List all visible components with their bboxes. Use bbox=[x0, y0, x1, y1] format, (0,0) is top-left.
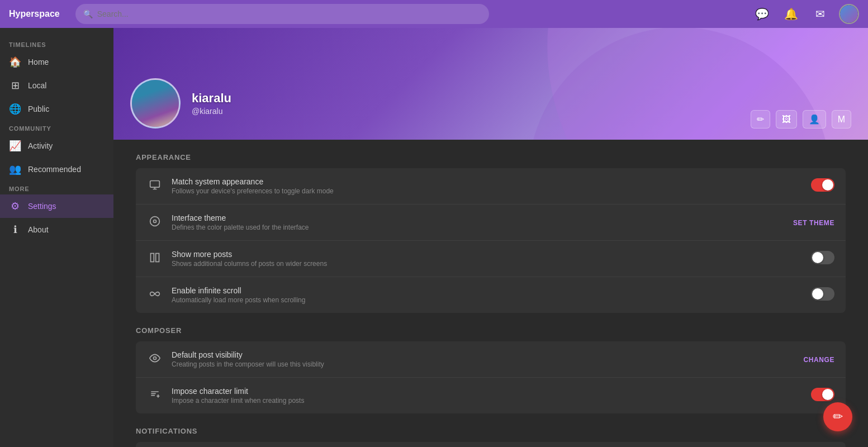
profile-header: kiaralu @kiaralu ✏ 🖼 👤 M bbox=[113, 28, 868, 140]
profile-handle: @kiaralu bbox=[192, 107, 231, 116]
interface-theme-text: Interface theme Defines the color palett… bbox=[172, 213, 784, 231]
default-visibility-desc: Creating posts in the composer will use … bbox=[172, 360, 794, 368]
toggle-inner bbox=[811, 178, 834, 192]
info-icon: ℹ bbox=[9, 224, 21, 236]
show-more-posts-desc: Shows additional columns of posts on wid… bbox=[172, 260, 802, 268]
infinite-icon bbox=[147, 288, 163, 302]
sidebar-item-recommended[interactable]: 👥 Recommended bbox=[0, 158, 113, 181]
nav-actions: 💬 🔔 ✉ bbox=[752, 4, 859, 24]
sidebar-item-about[interactable]: ℹ About bbox=[0, 218, 113, 241]
match-system-toggle-container bbox=[811, 178, 834, 194]
grid-icon: ⊞ bbox=[9, 79, 21, 92]
toggle-thumb bbox=[822, 179, 833, 191]
profile-gallery-button[interactable]: 🖼 bbox=[776, 110, 797, 129]
toggle-thumb bbox=[812, 252, 823, 263]
sidebar-item-home[interactable]: 🏠 Home bbox=[0, 50, 113, 74]
set-theme-action: SET THEME bbox=[793, 217, 834, 227]
composer-section-title: Composer bbox=[136, 326, 846, 335]
infinite-scroll-desc: Automatically load more posts when scrol… bbox=[172, 296, 802, 304]
columns-icon bbox=[147, 252, 163, 266]
appearance-card: Match system appearance Follows your dev… bbox=[136, 168, 846, 313]
infinite-scroll-toggle[interactable] bbox=[811, 287, 834, 301]
show-more-posts-toggle[interactable] bbox=[811, 251, 834, 264]
profile-actions: ✏ 🖼 👤 M bbox=[751, 110, 851, 129]
infinite-scroll-title: Enable infinite scroll bbox=[172, 286, 802, 295]
chat-icon: 💬 bbox=[755, 7, 769, 21]
svg-point-4 bbox=[154, 220, 156, 222]
monitor-icon bbox=[147, 179, 163, 193]
app-title: Hyperspace bbox=[9, 9, 60, 19]
svg-rect-6 bbox=[156, 253, 159, 261]
match-system-toggle[interactable] bbox=[811, 178, 834, 192]
appearance-section-title: Appearance bbox=[136, 153, 846, 161]
interface-theme-title: Interface theme bbox=[172, 213, 784, 222]
activity-icon: 📈 bbox=[9, 140, 21, 152]
change-visibility-button[interactable]: CHANGE bbox=[803, 356, 834, 364]
default-visibility-text: Default post visibility Creating posts i… bbox=[172, 350, 794, 368]
notifications-card: Enable push notifications Sends a push n… bbox=[136, 442, 846, 447]
svg-rect-0 bbox=[150, 180, 160, 187]
sidebar-item-label: Settings bbox=[28, 202, 56, 211]
profile-edit-button[interactable]: ✏ bbox=[751, 110, 770, 129]
sidebar: Timelines 🏠 Home ⊞ Local 🌐 Public Commun… bbox=[0, 28, 113, 447]
profile-display-name: kiaralu bbox=[192, 91, 231, 106]
search-input[interactable] bbox=[97, 9, 481, 18]
user-avatar-button[interactable] bbox=[839, 4, 859, 24]
toggle-inner bbox=[811, 388, 834, 401]
sidebar-item-settings[interactable]: ⚙ Settings bbox=[0, 194, 113, 218]
profile-names: kiaralu @kiaralu bbox=[192, 91, 231, 116]
messages-button[interactable]: 💬 bbox=[752, 4, 772, 24]
composer-card: Default post visibility Creating posts i… bbox=[136, 341, 846, 413]
profile-avatar bbox=[130, 78, 181, 129]
show-more-posts-toggle-container bbox=[811, 251, 834, 267]
character-limit-title: Impose character limit bbox=[172, 387, 802, 396]
sidebar-item-label: Public bbox=[28, 104, 49, 113]
character-limit-row: Impose character limit Impose a characte… bbox=[136, 378, 846, 413]
change-visibility-action: CHANGE bbox=[803, 354, 834, 364]
search-bar: 🔍 bbox=[75, 4, 489, 24]
character-limit-desc: Impose a character limit when creating p… bbox=[172, 397, 802, 405]
character-limit-text: Impose character limit Impose a characte… bbox=[172, 387, 802, 405]
match-system-row: Match system appearance Follows your dev… bbox=[136, 168, 846, 205]
people-icon: 👥 bbox=[9, 163, 21, 175]
infinite-scroll-toggle-container bbox=[811, 287, 834, 303]
sidebar-item-local[interactable]: ⊞ Local bbox=[0, 74, 113, 97]
svg-point-3 bbox=[150, 216, 160, 226]
sidebar-item-public[interactable]: 🌐 Public bbox=[0, 97, 113, 121]
character-limit-icon bbox=[147, 389, 163, 403]
sidebar-item-activity[interactable]: 📈 Activity bbox=[0, 134, 113, 158]
show-more-posts-title: Show more posts bbox=[172, 250, 802, 259]
show-more-posts-text: Show more posts Shows additional columns… bbox=[172, 250, 802, 268]
content-area: kiaralu @kiaralu ✏ 🖼 👤 M Appearance bbox=[113, 28, 868, 447]
character-limit-toggle[interactable] bbox=[811, 388, 834, 401]
toggle-thumb bbox=[812, 288, 823, 299]
timelines-section-label: Timelines bbox=[0, 37, 113, 50]
home-icon: 🏠 bbox=[9, 56, 21, 68]
push-notifications-row: Enable push notifications Sends a push n… bbox=[136, 442, 846, 447]
notifications-section-title: Notifications bbox=[136, 427, 846, 435]
mail-icon: ✉ bbox=[815, 7, 825, 21]
svg-rect-5 bbox=[151, 253, 154, 261]
match-system-title: Match system appearance bbox=[172, 177, 802, 186]
main-layout: Timelines 🏠 Home ⊞ Local 🌐 Public Commun… bbox=[0, 28, 868, 447]
toggle-thumb bbox=[822, 389, 833, 400]
settings-content: Appearance Match system appearance Follo… bbox=[113, 140, 868, 447]
settings-icon: ⚙ bbox=[9, 200, 21, 212]
globe-icon: 🌐 bbox=[9, 103, 21, 115]
profile-info: kiaralu @kiaralu bbox=[130, 78, 231, 129]
mail-button[interactable]: ✉ bbox=[810, 4, 830, 24]
toggle-inner bbox=[811, 287, 834, 301]
set-theme-button[interactable]: SET THEME bbox=[793, 219, 834, 227]
notifications-button[interactable]: 🔔 bbox=[781, 4, 801, 24]
profile-mastodon-button[interactable]: M bbox=[832, 110, 851, 129]
compose-fab[interactable]: ✏ bbox=[823, 402, 852, 431]
toggle-inner bbox=[811, 251, 834, 264]
profile-follow-button[interactable]: 👤 bbox=[803, 110, 826, 129]
avatar-image bbox=[132, 80, 179, 127]
sidebar-item-label: Activity bbox=[28, 141, 53, 150]
bell-icon: 🔔 bbox=[784, 7, 798, 21]
character-limit-toggle-container bbox=[811, 388, 834, 403]
avatar bbox=[840, 5, 858, 23]
infinite-scroll-row: Enable infinite scroll Automatically loa… bbox=[136, 277, 846, 313]
default-visibility-row: Default post visibility Creating posts i… bbox=[136, 341, 846, 378]
